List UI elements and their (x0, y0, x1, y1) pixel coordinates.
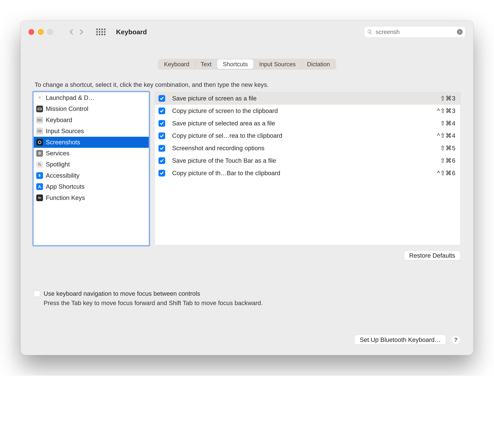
shortcut-row[interactable]: Save picture of the Touch Bar as a file⇧… (155, 155, 460, 167)
shortcut-label: Copy picture of sel…rea to the clipboard (172, 131, 437, 141)
preferences-window: Keyboard KeyboardTextShortcutsInput Sour… (21, 21, 473, 355)
svg-point-2 (39, 174, 40, 175)
sidebar-item-label: Mission Control (46, 104, 88, 114)
back-button[interactable] (69, 29, 74, 35)
shortcut-checkbox[interactable] (159, 108, 165, 114)
shortcut-keys[interactable]: ⇧⌘6 (440, 156, 456, 166)
shortcuts-panel: ⠿Launchpad & D…Mission ControlKeyboardIn… (34, 92, 460, 245)
shortcut-checkbox[interactable] (159, 145, 165, 152)
keyboard-nav-checkbox[interactable] (34, 290, 40, 297)
window-toolbar: Keyboard (21, 21, 473, 42)
nav-buttons (69, 29, 84, 35)
shortcut-label: Screenshot and recording options (172, 143, 440, 153)
instruction-text: To change a shortcut, select it, click t… (35, 81, 460, 88)
forward-button[interactable] (79, 29, 84, 35)
setup-bluetooth-keyboard-button[interactable]: Set Up Bluetooth Keyboard… (354, 335, 446, 345)
sidebar-item-label: App Shortcuts (46, 182, 85, 191)
svg-point-0 (38, 163, 40, 165)
shortcut-row[interactable]: Save picture of selected area as a file⇧… (155, 117, 460, 130)
show-all-icon[interactable] (96, 29, 105, 35)
sidebar-item-label: Function Keys (46, 193, 85, 203)
shortcut-label: Save picture of the Touch Bar as a file (172, 156, 440, 166)
help-button[interactable]: ? (451, 335, 460, 344)
shortcut-keys[interactable]: ⇧⌘5 (440, 143, 456, 153)
shortcut-row[interactable]: Copy picture of th…Bar to the clipboard^… (155, 167, 460, 180)
tab-dictation[interactable]: Dictation (301, 60, 336, 69)
search-field[interactable] (364, 26, 466, 37)
window-body: KeyboardTextShortcutsInput SourcesDictat… (21, 42, 473, 355)
sidebar-item-spotlight[interactable]: Spotlight (34, 159, 149, 170)
tab-text[interactable]: Text (195, 60, 217, 69)
sidebar-item-screenshots[interactable]: Screenshots (34, 137, 149, 148)
shortcut-label: Save picture of screen as a file (172, 94, 440, 103)
minimize-window-button[interactable] (38, 29, 44, 35)
sidebar-item-label: Accessibility (46, 171, 79, 180)
shortcut-checkbox[interactable] (159, 157, 165, 164)
keyboard-nav-option[interactable]: Use keyboard navigation to move focus be… (34, 290, 460, 297)
shortcut-keys[interactable]: ^⇧⌘6 (437, 168, 456, 178)
close-window-button[interactable] (28, 29, 34, 35)
tab-shortcuts[interactable]: Shortcuts (217, 60, 253, 69)
shortcut-checkbox[interactable] (159, 120, 165, 127)
sidebar-item-accessibility[interactable]: Accessibility (34, 170, 149, 181)
shortcut-checkbox[interactable] (159, 95, 165, 102)
tab-bar: KeyboardTextShortcutsInput SourcesDictat… (34, 47, 460, 77)
footer-buttons: Set Up Bluetooth Keyboard… ? (34, 335, 460, 345)
shortcut-row[interactable]: Screenshot and recording options⇧⌘5 (155, 142, 460, 155)
category-sidebar[interactable]: ⠿Launchpad & D…Mission ControlKeyboardIn… (34, 92, 149, 245)
tab-input-sources[interactable]: Input Sources (253, 60, 301, 69)
zoom-window-button[interactable] (47, 29, 53, 35)
sidebar-item-label: Keyboard (46, 115, 72, 125)
shortcut-label: Copy picture of th…Bar to the clipboard (172, 168, 437, 178)
sidebar-item-label: Services (46, 149, 70, 158)
window-title: Keyboard (116, 28, 147, 36)
shortcut-label: Save picture of selected area as a file (172, 119, 440, 128)
sidebar-item-launchpad[interactable]: ⠿Launchpad & D… (34, 92, 149, 103)
shortcut-keys[interactable]: ^⇧⌘3 (437, 106, 456, 116)
shortcut-label: Copy picture of screen to the clipboard (172, 106, 437, 116)
shortcut-row[interactable]: Copy picture of screen to the clipboard^… (155, 105, 460, 117)
shortcut-row[interactable]: Copy picture of sel…rea to the clipboard… (155, 130, 460, 142)
sidebar-item-keyboard[interactable]: Keyboard (34, 114, 149, 126)
traffic-lights (28, 29, 53, 35)
sidebar-item-input-sources[interactable]: Input Sources (34, 126, 149, 137)
shortcut-checkbox[interactable] (159, 133, 165, 139)
shortcut-keys[interactable]: ^⇧⌘4 (437, 131, 456, 141)
sidebar-item-mission-control[interactable]: Mission Control (34, 103, 149, 114)
svg-line-1 (40, 165, 41, 166)
sidebar-item-app-shortcuts[interactable]: AApp Shortcuts (34, 181, 149, 192)
shortcut-row[interactable]: Save picture of screen as a file⇧⌘3 (155, 92, 460, 105)
shortcut-keys[interactable]: ⇧⌘4 (440, 119, 456, 128)
shortcut-checkbox[interactable] (159, 170, 165, 176)
shortcut-list[interactable]: Save picture of screen as a file⇧⌘3Copy … (155, 92, 460, 245)
sidebar-item-label: Screenshots (46, 137, 80, 147)
tab-keyboard[interactable]: Keyboard (158, 60, 195, 69)
clear-search-button[interactable] (457, 29, 463, 35)
sidebar-item-function-keys[interactable]: fnFunction Keys (34, 192, 149, 203)
restore-defaults-button[interactable]: Restore Defaults (404, 251, 461, 260)
close-icon (458, 30, 461, 33)
search-input[interactable] (375, 28, 454, 36)
sidebar-item-label: Input Sources (46, 126, 84, 136)
sidebar-item-label: Launchpad & D… (46, 93, 95, 103)
sidebar-item-label: Spotlight (46, 160, 70, 169)
keyboard-nav-subtext: Press the Tab key to move focus forward … (44, 299, 460, 306)
keyboard-nav-label: Use keyboard navigation to move focus be… (44, 290, 200, 297)
shortcut-keys[interactable]: ⇧⌘3 (440, 94, 456, 103)
search-icon (367, 29, 372, 35)
sidebar-item-services[interactable]: ✻Services (34, 148, 149, 159)
